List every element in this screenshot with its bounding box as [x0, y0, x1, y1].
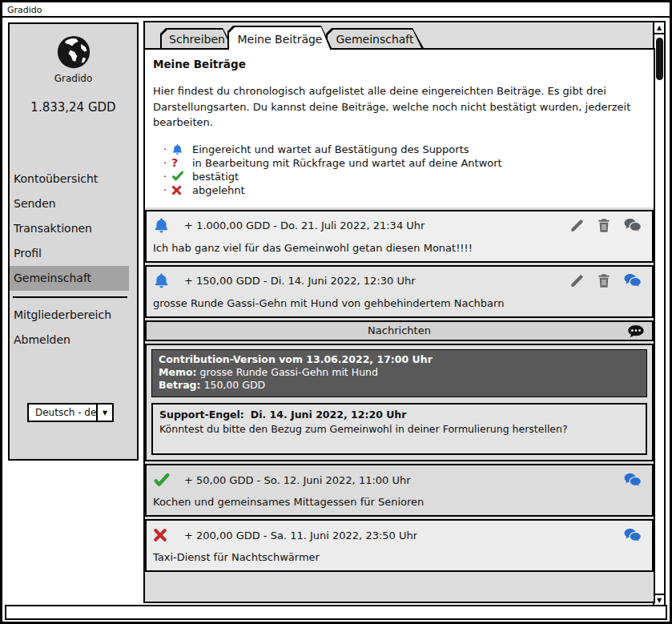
amount-and-date: + 1.000,00 GDD - Do. 21. Juli 2022, 21:3…	[184, 219, 425, 231]
legend-item-bestaetigt: · bestätigt	[163, 170, 644, 183]
contribution-memo: Kochen und gemeinsames Mittagessen für S…	[147, 489, 652, 515]
messages-header: Nachrichten	[145, 320, 654, 341]
tab-gemeinschaft[interactable]: Gemeinschaft	[326, 28, 424, 48]
language-select-value: Deutsch - de	[29, 407, 96, 418]
messages-panel: Contribution-Version vom 13.06.2022, 17:…	[145, 344, 654, 462]
sidebar-item-abmelden[interactable]: Abmelden	[10, 328, 137, 352]
chat-icon[interactable]	[623, 218, 642, 233]
sidebar-item-profil[interactable]: Profil	[10, 241, 137, 266]
sidebar-item-gemeinschaft[interactable]: Gemeinschaft	[10, 266, 129, 291]
intro-section: Meine Beiträge Hier findest du chronolog…	[145, 50, 654, 207]
sidebar-item-senden[interactable]: Senden	[10, 191, 137, 216]
bell-icon	[171, 143, 192, 155]
delete-icon[interactable]	[597, 273, 611, 288]
legend-label: abgelehnt	[192, 184, 245, 196]
balance-amount: 1.833,24 GDD	[10, 100, 137, 115]
page-title: Meine Beiträge	[153, 58, 644, 70]
chat-icon[interactable]	[623, 273, 642, 288]
tab-strip: Schreiben Gemeinschaft Meine Beiträge	[143, 21, 655, 48]
edit-icon[interactable]	[569, 273, 585, 288]
contribution-row: + 1.000,00 GDD - Do. 21. Juli 2022, 21:3…	[145, 210, 654, 263]
tab-content-panel: Meine Beiträge Hier findest du chronolog…	[143, 48, 655, 603]
contribution-row: + 150,00 GDD - Di. 14. Juni 2022, 12:30 …	[145, 265, 654, 318]
support-message-header: Support-Engel: Di. 14. Juni 2022, 12:20 …	[159, 408, 639, 422]
contribution-memo: Ich hab ganz viel für das Gemeinwohl get…	[147, 236, 652, 261]
sidebar: Gradido 1.833,24 GDD Kontoübersicht Send…	[8, 22, 139, 461]
legend-item-abgelehnt: · abgelehnt	[163, 183, 644, 197]
support-message: Support-Engel: Di. 14. Juni 2022, 12:20 …	[151, 403, 647, 455]
horizontal-scrollbar[interactable]	[5, 605, 667, 620]
bell-icon	[153, 272, 172, 289]
chat-ellipsis-icon[interactable]	[627, 324, 645, 339]
tab-meine-beitraege[interactable]: Meine Beiträge	[227, 26, 332, 50]
sidebar-menu: Kontoübersicht Senden Transaktionen Prof…	[10, 167, 137, 352]
scrollbar-thumb[interactable]	[656, 38, 663, 80]
logo-label: Gradido	[10, 73, 137, 84]
edit-icon[interactable]	[569, 218, 585, 233]
support-message-text: Könntest du bitte den Bezug zum Gemeinwo…	[159, 422, 639, 437]
chat-icon[interactable]	[623, 473, 642, 488]
x-icon	[153, 528, 172, 542]
amount-and-date: + 50,00 GDD - So. 12. Juni 2022, 11:00 U…	[184, 474, 411, 486]
language-select[interactable]: Deutsch - de ▼	[27, 403, 114, 422]
amount-and-date: + 200,00 GDD - Sa. 11. Juni 2022, 23:50 …	[184, 529, 417, 541]
status-legend: · Eingereicht und wartet auf Bestätigung…	[163, 143, 644, 197]
version-memo: Memo: grosse Runde Gassi-Gehn mit Hund	[159, 366, 640, 379]
intro-text: Hier findest du chronologisch aufgeliste…	[153, 83, 644, 131]
version-amount: Betrag: 150,00 GDD	[159, 379, 640, 392]
amount-and-date: + 150,00 GDD - Di. 14. Juni 2022, 12:30 …	[184, 275, 416, 287]
question-icon: ?	[171, 156, 192, 169]
contribution-version-message: Contribution-Version vom 13.06.2022, 17:…	[151, 349, 647, 398]
legend-label: bestätigt	[192, 171, 239, 183]
chevron-down-icon: ▼	[103, 409, 107, 417]
window-title-bar: Gradido	[2, 2, 670, 18]
legend-item-rueckfrage: · ? in Bearbeitung mit Rückfrage und war…	[163, 156, 644, 170]
check-icon	[153, 473, 172, 488]
sidebar-item-kontouebersicht[interactable]: Kontoübersicht	[10, 167, 137, 191]
chat-icon[interactable]	[623, 528, 642, 543]
contribution-memo: Taxi-Dienst für Nachtschwärmer	[147, 545, 652, 570]
messages-header-label: Nachrichten	[147, 324, 652, 336]
bell-icon	[153, 217, 172, 234]
scroll-up-icon[interactable]: ▲	[654, 22, 664, 34]
version-title: Contribution-Version vom 13.06.2022, 17:…	[159, 353, 640, 366]
sidebar-item-transaktionen[interactable]: Transaktionen	[10, 216, 137, 241]
legend-label: Eingereicht und wartet auf Bestätigung d…	[192, 143, 469, 155]
app-window: Gradido Gradido 1.833,24 GDD Kontoübersi…	[0, 0, 672, 624]
check-icon	[171, 171, 192, 182]
legend-label: in Bearbeitung mit Rückfrage und wartet …	[192, 157, 502, 169]
contribution-row: + 200,00 GDD - Sa. 11. Juni 2022, 23:50 …	[145, 519, 654, 572]
sidebar-item-mitgliederbereich[interactable]: Mitgliederbereich	[10, 303, 137, 328]
delete-icon[interactable]	[597, 218, 611, 233]
contribution-memo: grosse Runde Gassi-Gehn mit Hund von geh…	[147, 291, 652, 316]
scroll-down-icon[interactable]: ▼	[654, 594, 664, 606]
contribution-row: + 50,00 GDD - So. 12. Juni 2022, 11:00 U…	[145, 464, 654, 517]
legend-item-eingereicht: · Eingereicht und wartet auf Bestätigung…	[163, 143, 644, 156]
window-title: Gradido	[7, 5, 42, 15]
globe-logo-icon	[55, 34, 92, 70]
tab-schreiben[interactable]: Schreiben	[160, 28, 234, 48]
x-icon	[171, 185, 192, 195]
language-select-arrow[interactable]: ▼	[96, 405, 112, 421]
sidebar-divider	[13, 296, 127, 298]
